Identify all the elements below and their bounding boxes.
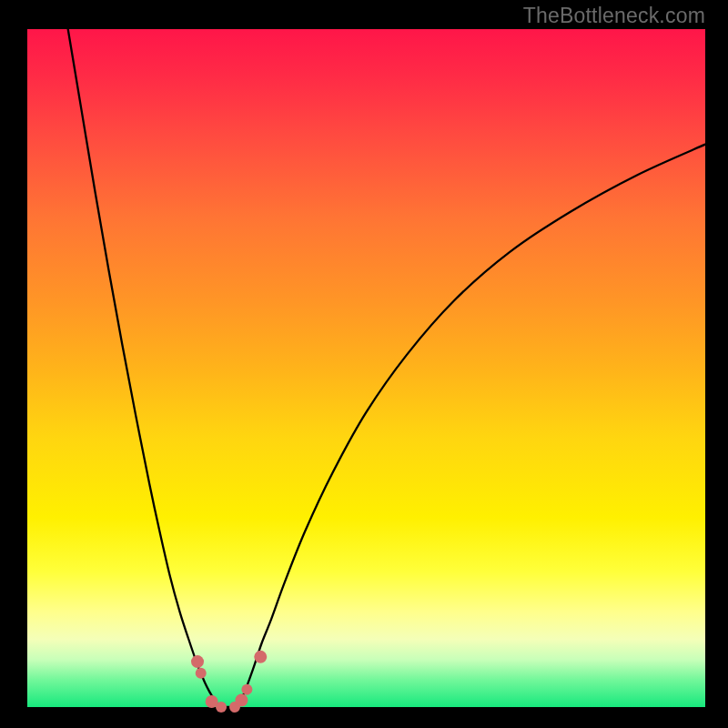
data-marker (216, 702, 227, 713)
data-marker (196, 668, 207, 679)
curve-layer (0, 0, 728, 728)
data-marker (241, 684, 252, 695)
bottleneck-curve (68, 29, 705, 708)
data-marker (235, 694, 248, 707)
watermark-text: TheBottleneck.com (523, 4, 705, 28)
chart-frame: TheBottleneck.com (0, 0, 728, 728)
data-marker (254, 651, 267, 663)
data-marker (191, 655, 204, 668)
